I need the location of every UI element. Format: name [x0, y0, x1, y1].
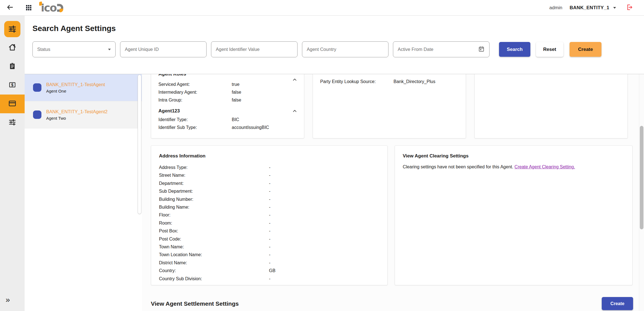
- tune-icon: [4, 21, 20, 37]
- detail-row: Intermediary Agent: false: [158, 88, 297, 96]
- content-area: BANK_ENTITY_1-TestAgent Agent One BANK_E…: [25, 74, 644, 311]
- detail-label: Post Code:: [159, 235, 269, 243]
- detail-label: Building Number:: [159, 195, 269, 203]
- agent-name: BANK_ENTITY_1-TestAgent: [46, 82, 105, 88]
- detail-row: Street Name: -: [159, 171, 380, 179]
- agent-unique-id-input[interactable]: [125, 47, 202, 52]
- detail-label: Sub Department:: [159, 187, 269, 195]
- detail-value: -: [269, 235, 380, 243]
- detail-label: Intermediary Agent:: [158, 88, 232, 96]
- sidebar-item-settings[interactable]: [0, 113, 25, 132]
- collapse-section-button[interactable]: [292, 77, 298, 84]
- apps-grid-button[interactable]: [22, 2, 35, 14]
- sidebar-item-agent-settings[interactable]: [0, 20, 25, 38]
- detail-value: accountIssuingBIC: [232, 124, 297, 131]
- clearing-message-text: Clearing settings have not been specifie…: [403, 164, 514, 169]
- chevron-up-icon: [292, 79, 298, 84]
- agent-details: Agent Roles Serviced Agent: true: [142, 74, 644, 311]
- detail-label: Identifier Sub Type:: [158, 124, 232, 131]
- agent-list-panel: BANK_ENTITY_1-TestAgent Agent One BANK_E…: [25, 74, 142, 311]
- detail-value: -: [269, 195, 380, 203]
- detail-value: -: [269, 203, 380, 211]
- party-entity-lookup-card: Party Entity Lookup Source: Bank_Directo…: [313, 74, 466, 138]
- detail-value: -: [269, 180, 380, 187]
- detail-row: Room: -: [159, 219, 380, 227]
- agent-item-text: BANK_ENTITY_1-TestAgent2 Agent Two: [46, 109, 107, 121]
- detail-label: District Name:: [159, 259, 269, 267]
- scrollbar-thumb[interactable]: [138, 75, 141, 214]
- agent-list-item[interactable]: BANK_ENTITY_1-TestAgent Agent One: [25, 74, 142, 101]
- calendar-icon[interactable]: [478, 46, 485, 53]
- active-from-date-input[interactable]: [398, 47, 478, 52]
- detail-value: -: [269, 211, 380, 219]
- agent-list-item[interactable]: BANK_ENTITY_1-TestAgent2 Agent Two: [25, 101, 142, 128]
- collapse-section-button[interactable]: [292, 108, 298, 115]
- detail-label: Country:: [159, 267, 269, 275]
- detail-row: Building Name: -: [159, 203, 380, 211]
- detail-value: false: [232, 88, 297, 96]
- detail-value: true: [232, 81, 297, 88]
- address-information-card: Address Information Address Type: -: [151, 145, 388, 285]
- sidebar-item-payments[interactable]: $: [0, 76, 25, 95]
- create-button[interactable]: Create: [570, 42, 601, 57]
- status-filter[interactable]: Status: [32, 41, 116, 57]
- detail-cards-row-2: Address Information Address Type: -: [151, 145, 633, 285]
- agent-item-text: BANK_ENTITY_1-TestAgent Agent One: [46, 82, 105, 93]
- detail-value: false: [232, 96, 297, 104]
- agent-identifier-value-input[interactable]: [216, 47, 293, 52]
- sidebar-item-accounts[interactable]: [0, 95, 25, 113]
- avatar: [33, 110, 41, 119]
- agent-name: BANK_ENTITY_1-TestAgent2: [46, 109, 107, 115]
- status-filter-placeholder: Status: [37, 47, 108, 52]
- sidebar-expand-button[interactable]: »: [6, 296, 10, 304]
- search-agent-settings-panel: Search Agent Settings Status: [25, 16, 644, 74]
- sidebar-item-home[interactable]: [0, 38, 25, 57]
- agent-country-input[interactable]: [307, 47, 384, 52]
- home-icon: [8, 43, 17, 52]
- back-button[interactable]: [4, 2, 16, 14]
- filter-row: Status: [32, 41, 636, 57]
- search-button[interactable]: Search: [499, 42, 530, 57]
- detail-label: Town Name:: [159, 243, 269, 251]
- detail-row: Identifier Sub Type: accountIssuingBIC: [158, 124, 297, 131]
- create-settlement-button[interactable]: Create: [602, 297, 633, 310]
- detail-cards-row-1: Agent Roles Serviced Agent: true: [151, 74, 633, 138]
- detail-value: -: [269, 227, 380, 235]
- chevron-up-icon: [292, 111, 298, 115]
- detail-value: Bank_Directory_Plus: [394, 78, 458, 86]
- detail-row: Floor: -: [159, 211, 380, 219]
- agent-roles-card: Agent Roles Serviced Agent: true: [151, 74, 304, 138]
- svg-text:$: $: [11, 83, 13, 87]
- agent-list-scrollbar[interactable]: [138, 75, 142, 310]
- entity-selector[interactable]: BANK_ENTITY_1: [570, 5, 616, 11]
- reset-button[interactable]: Reset: [536, 42, 563, 57]
- create-clearing-setting-link[interactable]: Create Agent Clearing Setting.: [514, 164, 575, 169]
- agent-subtitle: Agent One: [46, 89, 105, 93]
- agent-country-field: [302, 41, 388, 57]
- dollar-card-icon: $: [8, 81, 16, 89]
- credit-card-icon: [8, 99, 17, 109]
- detail-row: Party Entity Lookup Source: Bank_Directo…: [320, 78, 458, 86]
- sidebar-item-tasks[interactable]: [0, 57, 25, 76]
- avatar: [33, 83, 41, 92]
- detail-value: -: [269, 243, 380, 251]
- agent-unique-id-field: [120, 41, 207, 57]
- detail-row: Building Number: -: [159, 195, 380, 203]
- logout-button[interactable]: [623, 2, 636, 14]
- empty-detail-card: [474, 74, 628, 138]
- detail-value: -: [269, 219, 380, 227]
- detail-row: Sub Department: -: [159, 187, 380, 195]
- agent-roles-rows: Serviced Agent: true Intermediary Agent:…: [158, 81, 297, 104]
- detail-value: -: [269, 171, 380, 179]
- detail-row: Intra Group: false: [158, 96, 297, 104]
- detail-label: Street Name:: [159, 171, 269, 179]
- scrollbar-thumb[interactable]: [640, 126, 643, 229]
- detail-label: Room:: [159, 219, 269, 227]
- detail-label: Serviced Agent:: [158, 81, 232, 88]
- active-from-date-field: [393, 41, 490, 57]
- app-root: ico admin BANK_ENTITY_1: [0, 0, 644, 311]
- main-scrollbar[interactable]: [639, 74, 644, 311]
- detail-row: Town Location Name: -: [159, 251, 380, 259]
- detail-row: Country: GB: [159, 267, 380, 275]
- detail-row: Post Box: -: [159, 227, 380, 235]
